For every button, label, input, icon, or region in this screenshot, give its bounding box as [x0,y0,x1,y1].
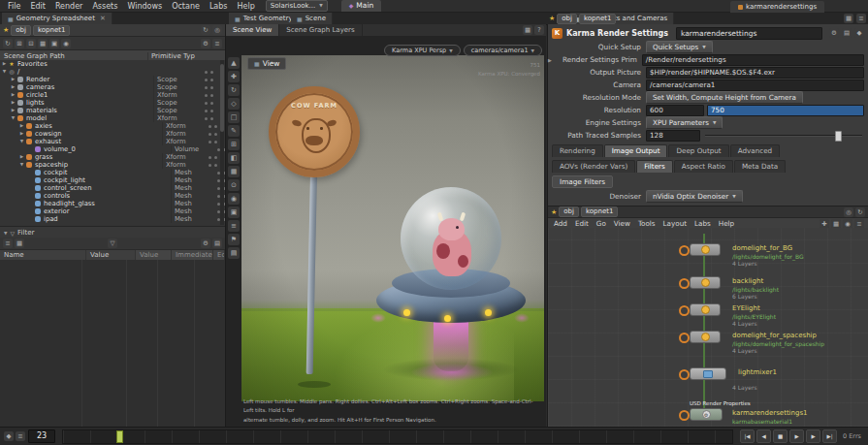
expander-icon[interactable]: ▼ [1,68,8,76]
node-body[interactable] [690,243,721,256]
visibility-dot-icon[interactable] [205,94,208,97]
favorites-star-icon[interactable]: ★ [549,15,555,22]
tree-row-model[interactable]: ▼modelXform [0,114,225,122]
net-menu-go[interactable]: Go [593,219,610,228]
gear-icon[interactable]: ⚙ [201,39,210,48]
renderer-selector[interactable]: Karma XPU Persp ▼ [384,45,461,56]
jump-to-end-icon[interactable]: ▶| [822,429,837,443]
layout-icon[interactable]: ▦ [523,25,532,35]
render-settings-prim-field[interactable]: /Render/rendersettings [642,54,864,66]
sync-icon[interactable]: ↻ [855,207,865,217]
visibility-dot-icon[interactable] [205,79,208,81]
edit-tool-icon[interactable]: ✎ [228,125,240,137]
samples-slider[interactable] [705,130,864,141]
net-menu-add[interactable]: Add [550,219,571,228]
activation-dot-icon[interactable] [214,125,217,128]
activation-dot-icon[interactable] [214,156,217,159]
tree-scrollbar[interactable] [220,60,224,225]
panel-icon[interactable]: ▤ [842,28,852,38]
menu-icon[interactable]: ≡ [856,14,866,23]
resolution-mode-button[interactable]: Set Width, Compute Height from Camera [646,91,803,104]
menu-labs[interactable]: Labs [205,2,233,11]
activation-dot-icon[interactable] [210,102,213,105]
expander-icon[interactable]: ▶ [10,91,16,99]
activation-dot-icon[interactable] [210,117,213,120]
subtab-aspect-ratio[interactable]: Aspect Ratio [674,160,733,173]
shading-mode-icon[interactable]: ◧ [228,152,240,164]
activation-dot-icon[interactable] [210,94,213,97]
lights-toggle-icon[interactable]: ⊙ [228,179,240,191]
network-node-karmarendersettings1[interactable]: USD Render Properties⚙karmarendersetting… [690,408,864,427]
node-body[interactable] [690,276,721,289]
play-icon[interactable]: ▶ [789,429,804,443]
tab-rendering[interactable]: Rendering [552,144,603,157]
viewport[interactable]: ▲✚↻◇□✎⊞◧▦⊙◉▣≡⚑▤ ▦ View Karma XPU Persp ▼… [226,36,546,427]
node-chip[interactable]: kopnet1 [579,14,616,24]
context-chip[interactable]: obj [559,207,579,217]
desktop-selector[interactable]: SolarisLook... ▼ [266,0,328,12]
node-body[interactable] [690,367,726,380]
tab-scene-view[interactable]: Scene View [226,24,279,36]
expander-icon[interactable]: ▶ [10,99,16,107]
visibility-dot-icon[interactable] [209,133,211,136]
playback-options-icon[interactable]: ≡ [16,431,25,441]
grid-icon[interactable]: ▦ [831,219,841,229]
step-back-icon[interactable]: ◀ [756,429,771,443]
collapse-arrow-icon[interactable]: ▶ [548,57,552,63]
sync-icon[interactable]: ↻ [201,25,210,35]
flag-icon[interactable]: ⚑ [228,234,240,245]
camera-lock-icon[interactable]: ◉ [228,193,240,205]
context-chip[interactable]: obj [557,14,577,24]
menu-assets[interactable]: Assets [87,2,122,11]
list-icon[interactable]: ≡ [854,219,864,229]
expander-icon[interactable]: ▶ [18,122,25,130]
filter-funnel-icon[interactable]: ▽ [108,238,117,248]
list-view-icon[interactable]: ≡ [3,238,13,248]
column-primitive-type[interactable]: Primitive Typ [147,52,225,60]
network-node-lightmixer1[interactable]: lightmixer14 Layers [690,367,864,387]
tree-row-exterior[interactable]: exteriorMesh [0,207,225,215]
tree-row-circle1[interactable]: ▶circle1Xform [0,91,225,99]
activation-dot-icon[interactable] [210,86,213,89]
wireframe-icon[interactable]: ▦ [228,166,240,177]
grid-view-icon[interactable]: ▦ [15,238,24,248]
collapse-all-icon[interactable]: ⊟ [26,39,36,48]
tree-row-cameras[interactable]: ▶camerasScope [0,83,225,91]
node-body[interactable]: ⚙ [690,408,723,421]
snapshot-icon[interactable]: ▣ [49,39,59,48]
subtab-filters[interactable]: Filters [636,160,673,173]
close-icon[interactable]: ✕ [100,15,106,22]
visibility-dot-icon[interactable] [205,110,208,112]
jump-to-start-icon[interactable]: |◀ [740,429,755,443]
net-menu-tools[interactable]: Tools [634,219,659,228]
node-display-ring-icon[interactable] [679,369,690,380]
node-display-ring-icon[interactable] [679,333,690,343]
keyframe-icon[interactable]: ◆ [4,431,14,441]
subtab-aovs-render-vars[interactable]: AOVs (Render Vars) [552,160,635,173]
visibility-dot-icon[interactable] [205,71,208,74]
grid-toggle-icon[interactable]: ▤ [228,247,240,259]
node-chip[interactable]: kopnet1 [33,25,70,36]
network-canvas[interactable]: domelight_for_BG/lights/domelight_for_BG… [548,228,868,427]
menu-octane[interactable]: Octane [167,2,205,11]
expander-icon[interactable]: ▶ [10,76,16,83]
tree-row-headlight-glass[interactable]: headlight_glassMesh [0,200,225,207]
tree-row-grass[interactable]: ▶grassXform [0,153,225,161]
resolution-height-field[interactable]: 750 [707,105,864,116]
tree-row-exhaust[interactable]: ▼exhaustXform [0,138,225,145]
subtab-meta-data[interactable]: Meta Data [734,160,786,173]
tree-row-render[interactable]: ▶RenderScope [0,76,225,83]
snap-grid-icon[interactable]: ⊞ [228,139,240,150]
expander-icon[interactable]: ▶ [1,60,8,68]
scrollbar-thumb[interactable] [220,64,224,132]
camera-icon[interactable]: ◉ [61,39,71,48]
refresh-icon[interactable]: ↻ [3,39,13,48]
tab-advanced[interactable]: Advanced [730,144,781,157]
quick-setups-button[interactable]: Quick Setups ▼ [646,41,713,53]
favorites-star-icon[interactable]: ★ [551,208,557,216]
list-icon[interactable]: ≡ [212,39,222,48]
output-picture-field[interactable]: $HIP/render/$HIPNAME.$OS.$F4.exr [646,67,864,79]
gear-icon[interactable]: ⚙ [201,238,210,248]
expand-all-icon[interactable]: ⊞ [15,39,24,48]
tree-row-favorites[interactable]: ▶★Favorites [0,60,225,68]
